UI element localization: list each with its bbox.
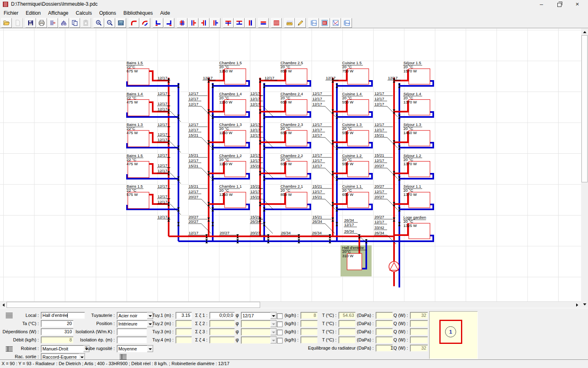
rugosite-select-label: Tube rugosité : xyxy=(76,346,115,351)
new-button[interactable] xyxy=(12,18,23,28)
rad-doc-button[interactable]: Rad xyxy=(341,18,352,28)
zeta1-input[interactable]: 0;0;0;0 xyxy=(209,312,235,319)
zeta3-input[interactable] xyxy=(209,328,235,335)
zoom-out-button[interactable] xyxy=(105,18,115,28)
close-button[interactable]: × xyxy=(568,0,586,9)
new-document-icon xyxy=(14,20,21,26)
scroll-right-button[interactable] xyxy=(574,302,581,308)
menu-options[interactable]: Options xyxy=(96,9,120,18)
chart-button[interactable] xyxy=(330,18,341,28)
toolbar: PdcRad xyxy=(0,18,588,28)
svg-text:12/17: 12/17 xyxy=(312,122,322,127)
tuy2-input-label: Tuy.2 (m) : xyxy=(136,321,174,326)
vscroll-thumb[interactable] xyxy=(581,35,588,182)
pipe-tee-left-button[interactable] xyxy=(199,18,209,28)
open-button[interactable] xyxy=(1,18,12,28)
q1-input[interactable]: 32 xyxy=(410,312,428,319)
pipe-tee-left-icon xyxy=(201,20,207,26)
dapa4-input-label: (DaPa) : xyxy=(336,337,374,343)
pipe-cross-icon xyxy=(179,20,185,26)
calculator-button[interactable] xyxy=(116,18,126,28)
zoom-in-button[interactable] xyxy=(94,18,104,28)
pencil-button[interactable] xyxy=(295,18,306,28)
scroll-left-button[interactable] xyxy=(0,302,7,308)
pump-symbol[interactable] xyxy=(389,262,399,272)
zoom-in-icon xyxy=(96,20,102,26)
radiator-select-button[interactable] xyxy=(319,18,330,28)
svg-text:12/17: 12/17 xyxy=(250,189,260,194)
scroll-down-button[interactable] xyxy=(581,301,588,308)
svg-text:12/17: 12/17 xyxy=(189,128,198,132)
restore-icon xyxy=(557,3,561,7)
svg-text:15/21: 15/21 xyxy=(374,153,384,157)
drawing-canvas[interactable]: Bains 1.522°C675 WBains 1.422 °C475 WBai… xyxy=(0,29,581,301)
svg-text:12/17: 12/17 xyxy=(158,107,167,111)
svg-text:12/17: 12/17 xyxy=(158,184,167,188)
zeta3-input-label: Σ ζ 3 : xyxy=(189,329,207,334)
paste-button[interactable] xyxy=(80,18,91,28)
ta-input[interactable]: 20 xyxy=(41,320,74,327)
position-select-label: Position : xyxy=(77,321,115,326)
pipe-corner-blue-red-button[interactable] xyxy=(164,18,174,28)
q2-input[interactable] xyxy=(410,320,428,327)
menu-aide[interactable]: Aide xyxy=(156,9,174,18)
scroll-up-button[interactable] xyxy=(581,29,588,35)
menu-bibliothques[interactable]: Bibliothèques xyxy=(120,9,156,18)
pipe-tee-blue-right-button[interactable] xyxy=(210,18,220,28)
save-button[interactable] xyxy=(25,18,36,28)
menu-calculs[interactable]: Calculs xyxy=(72,9,96,18)
copy-button[interactable] xyxy=(69,18,80,28)
pipe-elbow-red-blue-button[interactable] xyxy=(140,18,150,28)
debit-input[interactable]: 8 xyxy=(41,337,74,343)
node-edit-icon xyxy=(60,20,67,26)
sigma-q-input[interactable]: 32 xyxy=(410,345,428,352)
horizontal-scrollbar[interactable] xyxy=(0,301,581,308)
pipe-tee-up-button[interactable] xyxy=(234,18,245,28)
svg-text:12/17: 12/17 xyxy=(312,153,322,157)
vertical-scrollbar[interactable] xyxy=(581,29,588,308)
svg-text:12/17: 12/17 xyxy=(312,91,322,96)
t3-input-label: T (°C) : xyxy=(299,329,336,334)
menu-edition[interactable]: Edition xyxy=(22,9,45,18)
rugosite-select-dropdown-button[interactable] xyxy=(147,346,153,352)
sigma-q-input-label: ΣQ (W) : xyxy=(370,346,408,351)
node-edit-button[interactable] xyxy=(58,18,69,28)
rugosite-select[interactable]: Moyenne xyxy=(117,345,154,352)
pipe-corner-blue-button[interactable] xyxy=(153,18,163,28)
svg-text:12/17: 12/17 xyxy=(189,189,198,194)
insert-row-button[interactable] xyxy=(47,18,58,28)
pipe-tee-down-button[interactable] xyxy=(223,18,234,28)
pipe-cross-button[interactable] xyxy=(177,18,187,28)
menu-fichier[interactable]: Fichier xyxy=(0,9,22,18)
svg-text:12/17: 12/17 xyxy=(312,133,322,137)
ruler-button[interactable] xyxy=(284,18,295,28)
radiator-button[interactable] xyxy=(271,18,282,28)
svg-text:12/17: 12/17 xyxy=(158,194,167,199)
pipe-elbow-red-icon xyxy=(131,20,137,26)
restore-button[interactable] xyxy=(550,0,568,9)
zeta4-input[interactable] xyxy=(209,337,235,343)
pipe-elbow-red-button[interactable] xyxy=(129,18,139,28)
minimize-button[interactable]: – xyxy=(532,0,550,9)
svg-text:12/17: 12/17 xyxy=(158,168,167,173)
rugosite-table-icon[interactable] xyxy=(120,354,127,359)
svg-text:15/21: 15/21 xyxy=(312,195,322,199)
print-button[interactable] xyxy=(36,18,47,28)
zeta2-input[interactable] xyxy=(209,320,235,327)
svg-text:12/17: 12/17 xyxy=(189,122,198,127)
pipes-vertical-button[interactable] xyxy=(245,18,256,28)
svg-text:650 W: 650 W xyxy=(281,130,292,135)
hscroll-thumb[interactable] xyxy=(7,302,260,308)
deperditions-input[interactable]: 310 xyxy=(41,328,74,335)
q3-input[interactable] xyxy=(410,328,428,335)
svg-text:26/34: 26/34 xyxy=(344,218,354,222)
menu-affichage[interactable]: Affichage xyxy=(45,9,72,18)
rac-sortie-select-label: Rac. sortie : xyxy=(1,354,39,359)
pipes-horizontal-button[interactable] xyxy=(258,18,269,28)
svg-text:26/34: 26/34 xyxy=(312,219,322,224)
q4-input[interactable] xyxy=(410,337,428,343)
ta-input-label: Ta (°C) : xyxy=(1,321,39,326)
pipe-tee-right-button[interactable] xyxy=(188,18,198,28)
pdc-doc-button[interactable]: Pdc xyxy=(308,18,319,28)
svg-text:1370 W: 1370 W xyxy=(403,192,417,197)
